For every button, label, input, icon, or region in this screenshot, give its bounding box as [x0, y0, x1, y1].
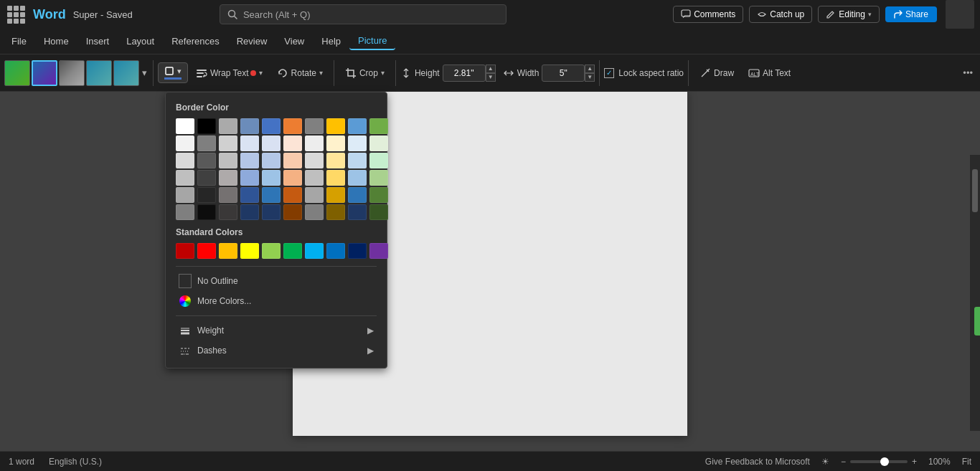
theme-color-cell[interactable]	[197, 153, 216, 168]
theme-color-cell[interactable]	[219, 187, 237, 203]
theme-color-cell[interactable]	[326, 135, 345, 151]
border-color-button[interactable]: ▾	[158, 62, 188, 83]
dashes-item[interactable]: Dashes ▶	[176, 341, 377, 361]
standard-color-cell[interactable]	[369, 243, 388, 259]
theme-color-cell[interactable]	[240, 187, 259, 203]
theme-color-cell[interactable]	[262, 170, 281, 186]
theme-color-cell[interactable]	[197, 135, 216, 151]
theme-color-cell[interactable]	[283, 118, 302, 134]
standard-color-cell[interactable]	[326, 243, 345, 259]
theme-color-cell[interactable]	[197, 204, 216, 220]
standard-color-cell[interactable]	[240, 243, 259, 259]
standard-color-cell[interactable]	[305, 243, 324, 259]
theme-color-cell[interactable]	[262, 118, 281, 134]
more-options-button[interactable]: •••	[960, 65, 976, 81]
standard-color-cell[interactable]	[262, 243, 281, 259]
menu-file[interactable]: File	[3, 33, 35, 49]
theme-color-cell[interactable]	[197, 118, 216, 134]
vertical-scrollbar[interactable]	[970, 155, 980, 431]
theme-color-cell[interactable]	[348, 204, 367, 220]
more-colors-item[interactable]: More Colors...	[176, 291, 377, 311]
search-bar[interactable]: Search (Alt + Q)	[220, 4, 507, 24]
theme-color-cell[interactable]	[240, 204, 259, 220]
standard-color-cell[interactable]	[283, 243, 302, 259]
theme-color-cell[interactable]	[369, 153, 388, 168]
theme-color-cell[interactable]	[348, 187, 367, 203]
standard-color-cell[interactable]	[197, 243, 216, 259]
zoom-track[interactable]	[850, 460, 908, 463]
theme-color-cell[interactable]	[283, 135, 302, 151]
no-outline-item[interactable]: No Outline	[176, 271, 377, 291]
theme-color-cell[interactable]	[348, 118, 367, 134]
theme-color-cell[interactable]	[197, 187, 216, 203]
theme-color-cell[interactable]	[369, 135, 388, 151]
theme-color-cell[interactable]	[305, 204, 324, 220]
theme-color-cell[interactable]	[348, 170, 367, 186]
theme-color-cell[interactable]	[240, 170, 259, 186]
theme-color-cell[interactable]	[283, 204, 302, 220]
comments-button[interactable]: Comments	[673, 6, 743, 23]
theme-color-cell[interactable]	[240, 153, 259, 168]
theme-color-cell[interactable]	[176, 170, 194, 186]
theme-color-cell[interactable]	[305, 135, 324, 151]
theme-color-cell[interactable]	[262, 204, 281, 220]
theme-color-cell[interactable]	[197, 170, 216, 186]
theme-color-cell[interactable]	[326, 204, 345, 220]
theme-color-cell[interactable]	[219, 135, 237, 151]
theme-color-cell[interactable]	[305, 170, 324, 186]
zoom-minus-icon[interactable]: −	[841, 457, 846, 467]
menu-insert[interactable]: Insert	[77, 33, 118, 49]
theme-color-cell[interactable]	[348, 135, 367, 151]
theme-color-cell[interactable]	[305, 118, 324, 134]
feedback-label[interactable]: Give Feedback to Microsoft	[705, 457, 810, 467]
theme-color-cell[interactable]	[219, 170, 237, 186]
height-increment[interactable]: ▲	[486, 65, 496, 73]
theme-color-cell[interactable]	[240, 135, 259, 151]
standard-color-cell[interactable]	[219, 243, 237, 259]
app-launcher-button[interactable]	[6, 4, 26, 24]
fit-label[interactable]: Fit	[962, 457, 971, 467]
width-input[interactable]: 5"	[542, 65, 585, 82]
image-style-1[interactable]	[4, 60, 30, 86]
theme-color-cell[interactable]	[305, 187, 324, 203]
theme-color-cell[interactable]	[262, 187, 281, 203]
image-style-3[interactable]	[59, 60, 85, 86]
theme-color-cell[interactable]	[240, 118, 259, 134]
sun-icon[interactable]: ☀	[821, 457, 829, 467]
weight-item[interactable]: Weight ▶	[176, 320, 377, 341]
theme-color-cell[interactable]	[219, 153, 237, 168]
menu-layout[interactable]: Layout	[118, 33, 163, 49]
zoom-plus-icon[interactable]: +	[912, 457, 917, 467]
editing-button[interactable]: Editing ▾	[818, 6, 880, 23]
image-style-2[interactable]	[32, 60, 57, 86]
height-input[interactable]: 2.81"	[443, 65, 486, 82]
theme-color-cell[interactable]	[176, 204, 194, 220]
rotate-button[interactable]: Rotate ▾	[270, 64, 329, 82]
height-decrement[interactable]: ▼	[486, 73, 496, 82]
image-strip-dropdown[interactable]: ▾	[141, 66, 149, 80]
share-button[interactable]: Share	[885, 6, 937, 22]
theme-color-cell[interactable]	[369, 204, 388, 220]
theme-color-cell[interactable]	[369, 118, 388, 134]
alt-text-button[interactable]: ALT Alt Text	[742, 64, 797, 82]
catchup-button[interactable]: Catch up	[749, 6, 812, 23]
image-style-5[interactable]	[113, 60, 139, 86]
menu-references[interactable]: References	[163, 33, 227, 49]
theme-color-cell[interactable]	[305, 153, 324, 168]
menu-picture[interactable]: Picture	[349, 32, 395, 50]
standard-color-cell[interactable]	[348, 243, 367, 259]
theme-color-cell[interactable]	[176, 187, 194, 203]
scroll-thumb[interactable]	[972, 169, 978, 212]
theme-color-cell[interactable]	[348, 153, 367, 168]
user-avatar[interactable]	[946, 0, 974, 29]
theme-color-cell[interactable]	[219, 118, 237, 134]
theme-color-cell[interactable]	[326, 187, 345, 203]
theme-color-cell[interactable]	[219, 204, 237, 220]
theme-color-cell[interactable]	[176, 135, 194, 151]
theme-color-cell[interactable]	[326, 170, 345, 186]
theme-color-cell[interactable]	[369, 187, 388, 203]
theme-color-cell[interactable]	[369, 170, 388, 186]
height-spinners[interactable]: ▲ ▼	[486, 65, 496, 82]
theme-color-cell[interactable]	[262, 135, 281, 151]
theme-color-cell[interactable]	[283, 187, 302, 203]
